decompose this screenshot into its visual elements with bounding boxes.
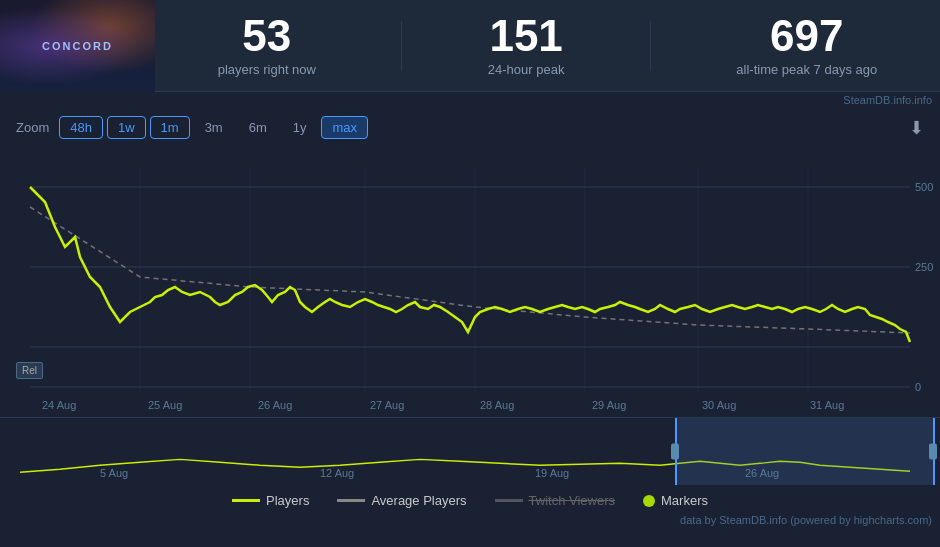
steamdb-attribution: SteamDB.info.info bbox=[0, 92, 940, 108]
peak-24h-label: 24-hour peak bbox=[488, 62, 565, 77]
svg-text:250: 250 bbox=[915, 261, 933, 273]
footer-attribution: data by SteamDB.info (powered by highcha… bbox=[0, 512, 940, 530]
all-time-peak-value: 697 bbox=[736, 14, 877, 58]
svg-rect-31 bbox=[929, 444, 937, 460]
svg-text:29 Aug: 29 Aug bbox=[592, 399, 626, 411]
zoom-6m[interactable]: 6m bbox=[238, 116, 278, 139]
svg-text:31 Aug: 31 Aug bbox=[810, 399, 844, 411]
svg-rect-30 bbox=[671, 444, 679, 460]
current-players-label: players right now bbox=[218, 62, 316, 77]
zoom-3m[interactable]: 3m bbox=[194, 116, 234, 139]
zoom-buttons: 48h 1w 1m 3m 6m 1y max bbox=[59, 116, 368, 139]
navigator: 5 Aug 12 Aug 19 Aug 26 Aug bbox=[0, 417, 940, 485]
game-logo: concord bbox=[42, 40, 113, 52]
svg-text:26 Aug: 26 Aug bbox=[745, 467, 779, 479]
markers-circle-indicator bbox=[643, 495, 655, 507]
svg-text:25 Aug: 25 Aug bbox=[148, 399, 182, 411]
game-image: concord bbox=[0, 0, 155, 92]
rel-badge: Rel bbox=[16, 362, 43, 379]
all-time-peak-label: all-time peak 7 days ago bbox=[736, 62, 877, 77]
svg-text:26 Aug: 26 Aug bbox=[258, 399, 292, 411]
zoom-1m[interactable]: 1m bbox=[150, 116, 190, 139]
peak-24h-stat: 151 24-hour peak bbox=[488, 14, 565, 77]
zoom-label: Zoom bbox=[16, 120, 49, 135]
stat-divider-2 bbox=[650, 21, 651, 71]
navigator-svg: 5 Aug 12 Aug 19 Aug 26 Aug bbox=[0, 418, 940, 485]
markers-legend-label: Markers bbox=[661, 493, 708, 508]
legend-markers: Markers bbox=[643, 493, 708, 508]
peak-24h-value: 151 bbox=[488, 14, 565, 58]
svg-text:24 Aug: 24 Aug bbox=[42, 399, 76, 411]
chart-svg: 500 250 0 24 Aug 25 Aug 26 Aug 27 Aug 28… bbox=[0, 147, 940, 417]
zoom-48h[interactable]: 48h bbox=[59, 116, 103, 139]
legend-avg-players: Average Players bbox=[337, 493, 466, 508]
legend: Players Average Players Twitch Viewers M… bbox=[0, 485, 940, 512]
legend-players: Players bbox=[232, 493, 309, 508]
svg-text:30 Aug: 30 Aug bbox=[702, 399, 736, 411]
stats-group: 53 players right now 151 24-hour peak 69… bbox=[155, 14, 940, 77]
avg-players-line-indicator bbox=[337, 499, 365, 502]
svg-text:0: 0 bbox=[915, 381, 921, 393]
avg-players-legend-label: Average Players bbox=[371, 493, 466, 508]
zoom-max[interactable]: max bbox=[321, 116, 368, 139]
stat-divider-1 bbox=[401, 21, 402, 71]
header: concord 53 players right now 151 24-hour… bbox=[0, 0, 940, 92]
download-button[interactable]: ⬇ bbox=[909, 117, 924, 139]
svg-text:12 Aug: 12 Aug bbox=[320, 467, 354, 479]
chart-controls: Zoom 48h 1w 1m 3m 6m 1y max ⬇ bbox=[0, 108, 940, 147]
twitch-line-indicator bbox=[495, 499, 523, 502]
svg-text:27 Aug: 27 Aug bbox=[370, 399, 404, 411]
legend-twitch: Twitch Viewers bbox=[495, 493, 615, 508]
footer-text: data by SteamDB.info (powered by highcha… bbox=[680, 514, 932, 526]
zoom-1w[interactable]: 1w bbox=[107, 116, 146, 139]
svg-rect-23 bbox=[675, 418, 935, 485]
svg-text:5 Aug: 5 Aug bbox=[100, 467, 128, 479]
players-line-indicator bbox=[232, 499, 260, 502]
main-chart: 500 250 0 24 Aug 25 Aug 26 Aug 27 Aug 28… bbox=[0, 147, 940, 417]
twitch-legend-label: Twitch Viewers bbox=[529, 493, 615, 508]
svg-text:19 Aug: 19 Aug bbox=[535, 467, 569, 479]
svg-text:28 Aug: 28 Aug bbox=[480, 399, 514, 411]
all-time-peak-stat: 697 all-time peak 7 days ago bbox=[736, 14, 877, 77]
svg-text:500: 500 bbox=[915, 181, 933, 193]
players-legend-label: Players bbox=[266, 493, 309, 508]
current-players-stat: 53 players right now bbox=[218, 14, 316, 77]
zoom-1y[interactable]: 1y bbox=[282, 116, 318, 139]
current-players-value: 53 bbox=[218, 14, 316, 58]
